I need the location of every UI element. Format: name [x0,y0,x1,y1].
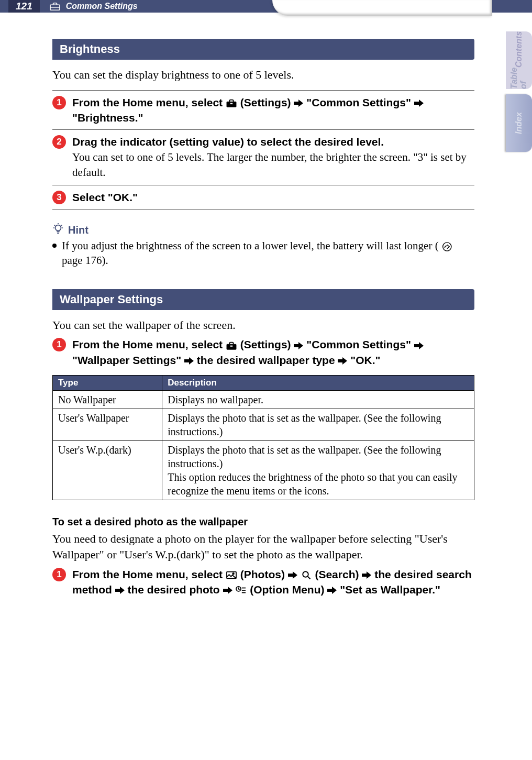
wallpaper-intro: You can set the wallpaper of the screen. [52,317,474,333]
tab-toc[interactable]: Table of Contents [506,31,532,89]
tab-index[interactable]: Index [506,94,532,152]
arrow-right-icon [288,571,297,579]
step-badge: 3 [52,191,66,204]
arrow-right-icon [414,100,424,107]
arrow-right-icon [294,100,303,107]
section-title-brightness: Brightness [52,39,474,60]
table-header-type: Type [53,376,162,391]
brightness-step-2: 2 Drag the indicator (setting value) to … [52,134,474,180]
table-row: User's W.p.(dark) Displays the photo tha… [53,441,474,500]
text: the desired photo [128,583,223,596]
option-menu-icon [235,586,247,595]
hint-bullet: If you adjust the brightness of the scre… [52,238,474,268]
cell-desc: Displays the photo that is set as the wa… [162,441,474,500]
arrow-right-icon [115,587,125,594]
text: "OK." [350,354,380,366]
tab-index-label: Index [514,112,524,134]
svg-point-4 [56,225,61,231]
cell-type: User's Wallpaper [53,409,162,441]
toolbox-icon [226,341,237,350]
toolbox-icon [49,2,61,11]
tab-toc-line2: Contents [514,31,524,68]
hint-header: Hint [52,221,474,236]
text: "Common Settings" [306,96,414,108]
text: (Settings) [240,338,294,350]
tab-toc-line1: Table of [509,68,528,89]
svg-line-11 [307,576,310,579]
table-row: No Wallpaper Displays no wallpaper. [53,391,474,409]
cell-type: No Wallpaper [53,391,162,409]
arrow-right-icon [414,342,424,349]
svg-rect-7 [230,345,232,347]
table-row: User's Wallpaper Displays the photo that… [53,409,474,441]
page-number: 121 [8,0,40,13]
svg-point-9 [232,573,234,575]
arrow-right-icon [223,587,232,594]
header-section-title: Common Settings [66,2,138,11]
text: From the Home menu, select [72,568,226,580]
arrow-right-icon [294,342,303,349]
cell-desc: Displays the photo that is set as the wa… [162,409,474,441]
side-tabs: Table of Contents Index [506,31,532,157]
arrow-right-icon [184,357,194,365]
step-badge: 1 [52,568,66,581]
wallpaper-subintro: You need to designate a photo on the pla… [52,531,474,562]
brightness-step-3: 3 Select "OK." [52,190,474,205]
text: "Wallpaper Settings" [72,354,184,366]
step-badge: 1 [52,338,66,351]
arrow-right-icon [362,571,371,579]
hint-text-1: If you adjust the brightness of the scre… [62,239,439,252]
step-2-title: Drag the indicator (setting value) to se… [72,134,474,149]
cell-desc: Displays no wallpaper. [162,391,474,409]
text: the desired wallpaper type [197,354,338,366]
text: (Option Menu) [250,583,327,596]
text: (Settings) [240,96,294,108]
svg-point-5 [443,243,451,251]
wallpaper-table: Type Description No Wallpaper Displays n… [52,375,474,500]
svg-point-10 [303,571,308,577]
svg-rect-3 [230,103,232,104]
step-2-detail: You can set to one of 5 levels. The larg… [72,150,474,181]
page-body: Brightness You can set the display brigh… [0,13,532,621]
text: From the Home menu, select [72,96,226,108]
arrow-right-icon [327,587,337,594]
toolbox-icon [226,98,237,108]
step-badge: 1 [52,96,66,109]
photos-icon [226,570,237,580]
section-title-wallpaper: Wallpaper Settings [52,289,474,310]
hint-label: Hint [68,224,88,236]
table-header-desc: Description [162,376,474,391]
text: "Brightness." [72,112,143,124]
wallpaper-photostep-line: From the Home menu, select (Photos) [72,567,474,598]
wallpaper-step-line: From the Home menu, select (Settings) "C… [72,337,474,368]
text: "Set as Wallpaper." [340,583,440,596]
text: "Common Settings" [306,338,414,350]
step-badge: 2 [52,135,66,149]
wallpaper-photostep: 1 From the Home menu, select (Photos) [52,567,474,598]
header-curve [272,0,492,16]
step-3-title: Select "OK." [72,190,474,205]
text: (Search) [315,568,362,580]
cell-type: User's W.p.(dark) [53,441,162,500]
wallpaper-subhead: To set a desired photo as the wallpaper [52,516,474,528]
text: (Photos) [240,568,288,580]
brightness-step-1: 1 From the Home menu, select (Settings) … [52,95,474,126]
bullet-icon [52,244,57,248]
hint-text-2: page 176). [62,254,108,267]
text: From the Home menu, select [72,338,226,350]
search-icon [301,570,312,580]
arrow-right-icon [338,357,347,365]
wallpaper-step-1: 1 From the Home menu, select (Settings) … [52,337,474,368]
pointer-icon [441,242,453,251]
brightness-intro: You can set the display brightness to on… [52,67,474,83]
step-1-line: From the Home menu, select (Settings) "C… [72,95,474,126]
